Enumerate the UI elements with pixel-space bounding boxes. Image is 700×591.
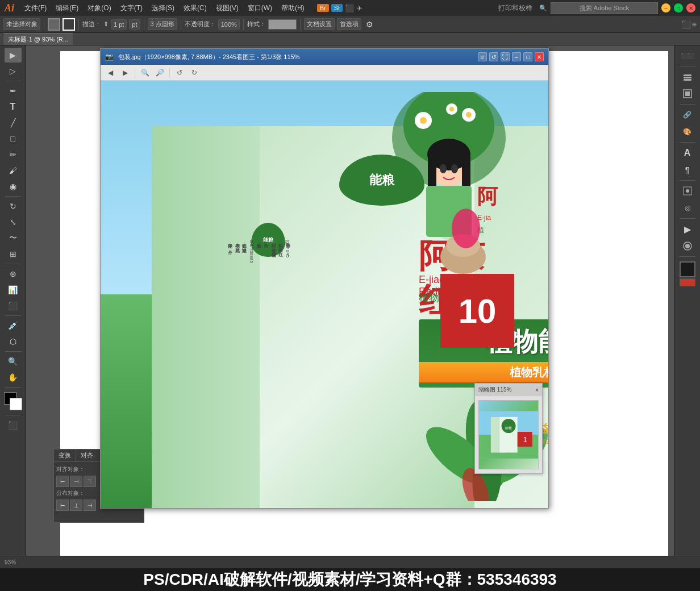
close-button[interactable]: ✕	[686, 3, 695, 13]
iv-prev-btn[interactable]: ◀	[104, 66, 116, 79]
rp-layers-btn[interactable]	[679, 69, 696, 85]
fill-color[interactable]	[48, 18, 60, 31]
zoom-tool[interactable]: 🔍	[5, 354, 22, 369]
print-proof-btn[interactable]: 打印和校样	[495, 2, 536, 14]
iv-rotate-left-btn[interactable]: ↺	[173, 66, 186, 79]
menu-object[interactable]: 对象(O)	[84, 2, 114, 14]
zoom-level: 93%	[5, 559, 16, 565]
rp-appearance-btn[interactable]: ◎	[679, 200, 696, 216]
menu-type[interactable]: 文字(T)	[117, 2, 146, 14]
rp-play-btn[interactable]: ▶	[679, 221, 696, 237]
rp-large-color[interactable]	[680, 261, 695, 277]
bridge-btn[interactable]: Br	[317, 4, 329, 12]
color-selector[interactable]	[4, 392, 22, 410]
direct-select-tool[interactable]: ▷	[5, 64, 22, 78]
line-tool[interactable]: ╱	[5, 115, 22, 130]
doc-settings-btn[interactable]: 文档设置	[304, 18, 335, 30]
align-right-btn[interactable]: ⊤	[84, 476, 96, 487]
menu-help[interactable]: 帮助(H)	[278, 2, 308, 14]
stroke-unit[interactable]: pt	[129, 19, 140, 30]
svg-rect-37	[685, 91, 690, 96]
rect-tool[interactable]: □	[5, 131, 22, 146]
app-logo: Ai	[5, 2, 14, 14]
rp-swatches-btn[interactable]: 🎨	[679, 124, 696, 140]
blob-brush-tool[interactable]: ◉	[5, 179, 22, 194]
svg-text:能粮: 能粮	[505, 426, 512, 430]
iv-fullscreen-btn[interactable]: ⛶	[501, 52, 510, 61]
rp-transform-btn[interactable]	[679, 183, 696, 199]
brush-tool[interactable]: 🖌	[5, 163, 22, 178]
rp-effects-btn[interactable]	[679, 238, 696, 254]
pen-tool[interactable]: ✒	[5, 84, 22, 98]
align-left-btn[interactable]: ⊢	[56, 476, 69, 487]
menu-edit[interactable]: 编辑(E)	[52, 2, 82, 14]
search-field[interactable]: 搜索 Adobe Stock	[551, 2, 658, 14]
artboard-tool[interactable]: ⬛	[5, 298, 22, 313]
rp-red-color[interactable]	[680, 278, 695, 286]
canvas-area[interactable]: 📷 包装.jpg（1920×998像素, 7.88MB）- 2345看图王 - …	[26, 45, 674, 568]
transform-tab[interactable]: 变换	[54, 450, 76, 461]
iv-minimize-btn[interactable]: –	[512, 52, 521, 61]
bottom-bar: PS/CDR/AI破解软件/视频素材/学习资料+Q群：535346393	[0, 568, 700, 591]
iv-close-btn[interactable]: ✕	[535, 52, 544, 61]
minimize-button[interactable]: –	[661, 3, 670, 13]
svg-point-19	[451, 164, 458, 173]
stroke-color[interactable]	[63, 18, 75, 31]
maximize-button[interactable]: □	[674, 3, 683, 13]
rp-type-btn[interactable]: A	[679, 145, 696, 161]
column-graph-tool[interactable]: 📊	[5, 282, 22, 297]
align-tab[interactable]: 对齐	[76, 450, 98, 461]
iv-next-btn[interactable]: ▶	[119, 66, 131, 79]
svg-rect-34	[684, 77, 691, 78]
stroke-size[interactable]: 1 pt	[111, 19, 127, 30]
active-doc-tab[interactable]: 未标题-1 @ 93% (R...	[3, 34, 73, 45]
pencil-tool[interactable]: ✏	[5, 147, 22, 162]
svg-point-23	[452, 209, 480, 248]
iv-refresh-btn[interactable]: ↺	[489, 52, 498, 61]
menu-file[interactable]: 文件(F)	[21, 2, 50, 14]
opacity-value[interactable]: 100%	[218, 19, 240, 30]
toolbar-row1: 未选择对象 描边： ⬆ 1 pt pt 3 点圆形 不透明度： 100% 样式：…	[0, 16, 700, 33]
status-bar: 93%	[0, 556, 700, 568]
dist-left-btn[interactable]: ⊢	[56, 500, 69, 511]
hand-tool[interactable]: ✋	[5, 370, 22, 385]
eyedropper-tool[interactable]: 💉	[5, 318, 22, 333]
warp-tool[interactable]: 〜	[5, 231, 22, 245]
thumbnail-content: 能粮 1	[475, 396, 542, 473]
screen-mode[interactable]: ⬛	[5, 418, 22, 432]
rp-paragraph-btn[interactable]: ¶	[679, 162, 696, 178]
menu-view[interactable]: 视图(V)	[213, 2, 242, 14]
menu-select[interactable]: 选择(S)	[148, 2, 178, 14]
background-color[interactable]	[10, 398, 22, 410]
style-box[interactable]	[268, 19, 297, 30]
preferences-btn[interactable]: 首选项	[337, 18, 361, 30]
thumb-close-btn[interactable]: ×	[535, 387, 539, 393]
rp-artboards-btn[interactable]	[679, 86, 696, 102]
image-viewer-controls: ≡ ↺ ⛶ – □ ✕	[478, 52, 544, 61]
scale-tool[interactable]: ⤡	[5, 215, 22, 230]
iv-maximize-btn[interactable]: □	[523, 52, 532, 61]
iv-zoom-in-btn[interactable]: 🔍	[139, 66, 151, 79]
rp-panel-switcher[interactable]: ⬛⬛	[679, 48, 696, 64]
iv-rotate-right-btn[interactable]: ↻	[188, 66, 201, 79]
rp-links-btn[interactable]: 🔗	[679, 107, 696, 123]
dist-right-btn[interactable]: ⊣	[84, 500, 96, 511]
iv-zoom-out-btn[interactable]: 🔎	[153, 66, 166, 79]
symbol-sprayer-tool[interactable]: ⊛	[5, 267, 22, 281]
align-center-btn[interactable]: ⊣	[70, 476, 82, 487]
iv-menu-btn[interactable]: ≡	[478, 52, 487, 61]
image-viewer-window[interactable]: 📷 包装.jpg（1920×998像素, 7.88MB）- 2345看图王 - …	[100, 48, 549, 509]
select-tool[interactable]: ▶	[5, 48, 22, 63]
image-viewer-titlebar: 📷 包装.jpg（1920×998像素, 7.88MB）- 2345看图王 - …	[101, 49, 548, 65]
menu-effect[interactable]: 效果(C)	[180, 2, 210, 14]
menu-window[interactable]: 窗口(W)	[244, 2, 276, 14]
dist-center-btn[interactable]: ⊥	[70, 500, 82, 511]
point-type[interactable]: 3 点圆形	[148, 18, 177, 30]
stock-btn[interactable]: St	[331, 4, 343, 12]
image-viewer-title: 包装.jpg（1920×998像素, 7.88MB）- 2345看图王 - 第1…	[118, 53, 478, 61]
blend-tool[interactable]: ⬡	[5, 334, 22, 349]
rotate-tool[interactable]: ↻	[5, 199, 22, 214]
free-transform-tool[interactable]: ⊞	[5, 247, 22, 261]
selection-status: 未选择对象	[3, 18, 40, 30]
type-tool[interactable]: T	[5, 99, 22, 114]
